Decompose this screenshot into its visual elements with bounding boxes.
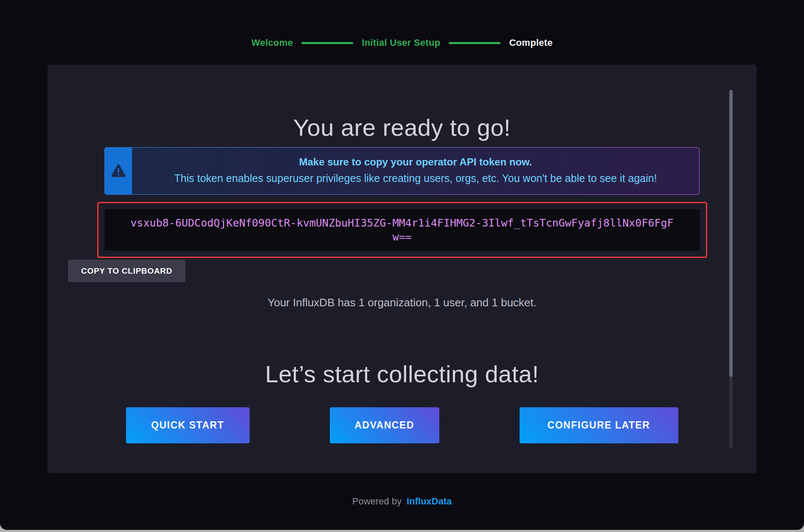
cta-heading: Let’s start collecting data! xyxy=(48,360,756,388)
quick-start-button[interactable]: QUICK START xyxy=(126,407,250,443)
powered-by-label: Powered by xyxy=(352,496,402,507)
api-token-box: vsxub8-6UDCodQjKeNf090CtR-kvmUNZbuHI35ZG… xyxy=(104,209,700,251)
warning-icon-cell xyxy=(105,148,132,194)
scrollbar-track[interactable] xyxy=(729,90,733,448)
api-token-value: vsxub8-6UDCodQjKeNf090CtR-kvmUNZbuHI35ZG… xyxy=(128,216,676,244)
stepper-step-complete: Complete xyxy=(509,37,553,48)
token-warning-banner: Make sure to copy your operator API toke… xyxy=(104,147,700,195)
token-warning-banner-inner: Make sure to copy your operator API toke… xyxy=(105,148,699,194)
copy-to-clipboard-button[interactable]: COPY TO CLIPBOARD xyxy=(68,260,186,282)
stepper-step-initial-user-setup: Initial User Setup xyxy=(362,37,440,48)
warning-body: This token enables superuser privileges … xyxy=(142,170,689,187)
setup-summary-text: Your InfluxDB has 1 organization, 1 user… xyxy=(48,296,756,309)
completion-card: You are ready to go! Make sure to copy y… xyxy=(48,64,756,473)
stepper-connector xyxy=(449,42,500,44)
warning-text: Make sure to copy your operator API toke… xyxy=(132,148,699,194)
stepper-connector xyxy=(301,42,353,44)
token-highlight-box: vsxub8-6UDCodQjKeNf090CtR-kvmUNZbuHI35ZG… xyxy=(97,202,707,258)
onboarding-stepper: Welcome Initial User Setup Complete xyxy=(0,0,804,64)
warning-title: Make sure to copy your operator API toke… xyxy=(142,154,689,170)
advanced-button[interactable]: ADVANCED xyxy=(330,407,439,443)
action-button-row: QUICK START ADVANCED CONFIGURE LATER xyxy=(126,407,678,443)
stepper-step-welcome: Welcome xyxy=(251,37,293,48)
configure-later-button[interactable]: CONFIGURE LATER xyxy=(520,407,678,443)
warning-icon xyxy=(110,164,127,178)
footer: Powered by InfluxData xyxy=(0,496,804,507)
scrollbar-thumb[interactable] xyxy=(729,90,733,377)
influxdata-brand-link[interactable]: InfluxData xyxy=(407,496,452,507)
page-title: You are ready to go! xyxy=(48,114,756,142)
onboarding-screen: Welcome Initial User Setup Complete You … xyxy=(0,0,804,530)
